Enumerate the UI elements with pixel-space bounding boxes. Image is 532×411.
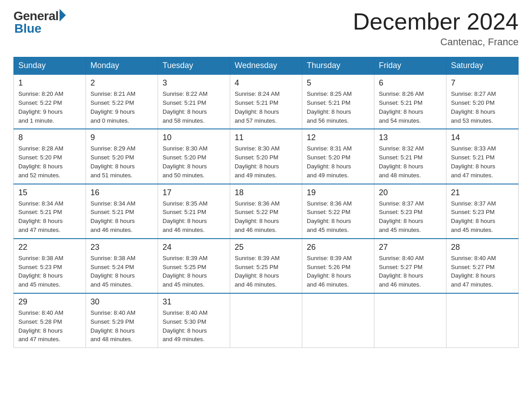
day-number: 31: [163, 297, 225, 307]
day-number: 1: [18, 78, 81, 88]
day-info: Sunrise: 8:37 AM Sunset: 5:23 PM Dayligh…: [379, 199, 442, 235]
calendar-cell: 15Sunrise: 8:34 AM Sunset: 5:21 PM Dayli…: [14, 184, 86, 239]
day-number: 4: [235, 78, 297, 88]
calendar-cell: 18Sunrise: 8:36 AM Sunset: 5:22 PM Dayli…: [230, 184, 302, 239]
day-number: 27: [379, 243, 442, 252]
day-number: 23: [90, 243, 153, 252]
day-number: 19: [307, 188, 369, 197]
day-number: 25: [235, 243, 297, 252]
weekday-header-friday: Friday: [374, 57, 446, 75]
calendar-cell: 7Sunrise: 8:27 AM Sunset: 5:20 PM Daylig…: [446, 74, 519, 129]
day-info: Sunrise: 8:37 AM Sunset: 5:23 PM Dayligh…: [451, 199, 514, 235]
calendar-cell: 20Sunrise: 8:37 AM Sunset: 5:23 PM Dayli…: [374, 184, 446, 239]
month-title: December 2024: [353, 9, 519, 34]
day-info: Sunrise: 8:40 AM Sunset: 5:27 PM Dayligh…: [451, 254, 514, 289]
calendar-cell: 5Sunrise: 8:25 AM Sunset: 5:21 PM Daylig…: [302, 74, 374, 129]
weekday-header-saturday: Saturday: [446, 57, 519, 75]
day-number: 15: [18, 188, 81, 197]
day-number: 21: [451, 188, 514, 197]
day-number: 26: [307, 243, 369, 252]
weekday-header-thursday: Thursday: [302, 57, 374, 75]
day-number: 22: [18, 243, 81, 252]
day-info: Sunrise: 8:36 AM Sunset: 5:22 PM Dayligh…: [307, 199, 369, 235]
day-info: Sunrise: 8:40 AM Sunset: 5:28 PM Dayligh…: [18, 308, 81, 344]
calendar-cell: 14Sunrise: 8:33 AM Sunset: 5:21 PM Dayli…: [446, 129, 519, 184]
day-number: 17: [163, 188, 225, 197]
day-info: Sunrise: 8:21 AM Sunset: 5:22 PM Dayligh…: [90, 90, 153, 125]
day-number: 6: [379, 78, 442, 88]
calendar-cell: 2Sunrise: 8:21 AM Sunset: 5:22 PM Daylig…: [86, 74, 158, 129]
day-info: Sunrise: 8:22 AM Sunset: 5:21 PM Dayligh…: [163, 90, 225, 125]
day-info: Sunrise: 8:31 AM Sunset: 5:20 PM Dayligh…: [307, 144, 369, 180]
calendar-week-row: 8Sunrise: 8:28 AM Sunset: 5:20 PM Daylig…: [14, 129, 519, 184]
day-number: 30: [90, 297, 153, 307]
calendar-week-row: 29Sunrise: 8:40 AM Sunset: 5:28 PM Dayli…: [14, 293, 519, 348]
day-number: 3: [163, 78, 225, 88]
calendar-cell: 17Sunrise: 8:35 AM Sunset: 5:21 PM Dayli…: [158, 184, 230, 239]
day-info: Sunrise: 8:32 AM Sunset: 5:21 PM Dayligh…: [379, 144, 442, 180]
day-number: 12: [307, 133, 369, 142]
day-info: Sunrise: 8:38 AM Sunset: 5:24 PM Dayligh…: [90, 254, 153, 289]
day-info: Sunrise: 8:33 AM Sunset: 5:21 PM Dayligh…: [451, 144, 514, 180]
calendar-week-row: 15Sunrise: 8:34 AM Sunset: 5:21 PM Dayli…: [14, 184, 519, 239]
calendar-table: SundayMondayTuesdayWednesdayThursdayFrid…: [13, 57, 519, 348]
day-number: 9: [90, 133, 153, 142]
calendar-cell: 11Sunrise: 8:30 AM Sunset: 5:20 PM Dayli…: [230, 129, 302, 184]
day-info: Sunrise: 8:35 AM Sunset: 5:21 PM Dayligh…: [163, 199, 225, 235]
calendar-cell: 24Sunrise: 8:39 AM Sunset: 5:25 PM Dayli…: [158, 239, 230, 293]
calendar-cell: 29Sunrise: 8:40 AM Sunset: 5:28 PM Dayli…: [14, 293, 86, 348]
calendar-cell: 31Sunrise: 8:40 AM Sunset: 5:30 PM Dayli…: [158, 293, 230, 348]
weekday-header-tuesday: Tuesday: [158, 57, 230, 75]
day-number: 29: [18, 297, 81, 307]
calendar-cell: 21Sunrise: 8:37 AM Sunset: 5:23 PM Dayli…: [446, 184, 519, 239]
calendar-cell: 13Sunrise: 8:32 AM Sunset: 5:21 PM Dayli…: [374, 129, 446, 184]
day-info: Sunrise: 8:40 AM Sunset: 5:27 PM Dayligh…: [379, 254, 442, 289]
day-number: 13: [379, 133, 442, 142]
calendar-cell: 3Sunrise: 8:22 AM Sunset: 5:21 PM Daylig…: [158, 74, 230, 129]
location-text: Cantenac, France: [353, 36, 519, 48]
day-info: Sunrise: 8:34 AM Sunset: 5:21 PM Dayligh…: [18, 199, 81, 235]
day-info: Sunrise: 8:39 AM Sunset: 5:25 PM Dayligh…: [235, 254, 297, 289]
calendar-cell: 12Sunrise: 8:31 AM Sunset: 5:20 PM Dayli…: [302, 129, 374, 184]
page-header: General Blue December 2024 Cantenac, Fra…: [13, 9, 519, 48]
day-info: Sunrise: 8:36 AM Sunset: 5:22 PM Dayligh…: [235, 199, 297, 235]
day-info: Sunrise: 8:40 AM Sunset: 5:29 PM Dayligh…: [90, 308, 153, 344]
calendar-cell: 10Sunrise: 8:30 AM Sunset: 5:20 PM Dayli…: [158, 129, 230, 184]
calendar-cell: 4Sunrise: 8:24 AM Sunset: 5:21 PM Daylig…: [230, 74, 302, 129]
day-info: Sunrise: 8:40 AM Sunset: 5:30 PM Dayligh…: [163, 308, 225, 344]
calendar-cell: 9Sunrise: 8:29 AM Sunset: 5:20 PM Daylig…: [86, 129, 158, 184]
day-number: 8: [18, 133, 81, 142]
calendar-cell: 23Sunrise: 8:38 AM Sunset: 5:24 PM Dayli…: [86, 239, 158, 293]
calendar-cell: [302, 293, 374, 348]
title-section: December 2024 Cantenac, France: [353, 9, 519, 48]
weekday-header-sunday: Sunday: [14, 57, 86, 75]
day-info: Sunrise: 8:38 AM Sunset: 5:23 PM Dayligh…: [18, 254, 81, 289]
day-number: 2: [90, 78, 153, 88]
weekday-header-wednesday: Wednesday: [230, 57, 302, 75]
day-info: Sunrise: 8:29 AM Sunset: 5:20 PM Dayligh…: [90, 144, 153, 180]
weekday-header-monday: Monday: [86, 57, 158, 75]
day-number: 20: [379, 188, 442, 197]
day-info: Sunrise: 8:28 AM Sunset: 5:20 PM Dayligh…: [18, 144, 81, 180]
day-number: 7: [451, 78, 514, 88]
logo-blue-text: Blue: [14, 21, 42, 36]
calendar-cell: 27Sunrise: 8:40 AM Sunset: 5:27 PM Dayli…: [374, 239, 446, 293]
calendar-week-row: 1Sunrise: 8:20 AM Sunset: 5:22 PM Daylig…: [14, 74, 519, 129]
day-info: Sunrise: 8:25 AM Sunset: 5:21 PM Dayligh…: [307, 90, 369, 125]
day-number: 11: [235, 133, 297, 142]
calendar-cell: 26Sunrise: 8:39 AM Sunset: 5:26 PM Dayli…: [302, 239, 374, 293]
calendar-week-row: 22Sunrise: 8:38 AM Sunset: 5:23 PM Dayli…: [14, 239, 519, 293]
day-info: Sunrise: 8:20 AM Sunset: 5:22 PM Dayligh…: [18, 90, 81, 125]
logo: General Blue: [13, 9, 66, 36]
day-info: Sunrise: 8:34 AM Sunset: 5:21 PM Dayligh…: [90, 199, 153, 235]
calendar-cell: 1Sunrise: 8:20 AM Sunset: 5:22 PM Daylig…: [14, 74, 86, 129]
calendar-cell: 25Sunrise: 8:39 AM Sunset: 5:25 PM Dayli…: [230, 239, 302, 293]
calendar-cell: 16Sunrise: 8:34 AM Sunset: 5:21 PM Dayli…: [86, 184, 158, 239]
calendar-cell: 19Sunrise: 8:36 AM Sunset: 5:22 PM Dayli…: [302, 184, 374, 239]
day-number: 18: [235, 188, 297, 197]
day-info: Sunrise: 8:30 AM Sunset: 5:20 PM Dayligh…: [163, 144, 225, 180]
day-info: Sunrise: 8:27 AM Sunset: 5:20 PM Dayligh…: [451, 90, 514, 125]
day-info: Sunrise: 8:24 AM Sunset: 5:21 PM Dayligh…: [235, 90, 297, 125]
calendar-cell: [446, 293, 519, 348]
logo-arrow-icon: [60, 9, 66, 21]
